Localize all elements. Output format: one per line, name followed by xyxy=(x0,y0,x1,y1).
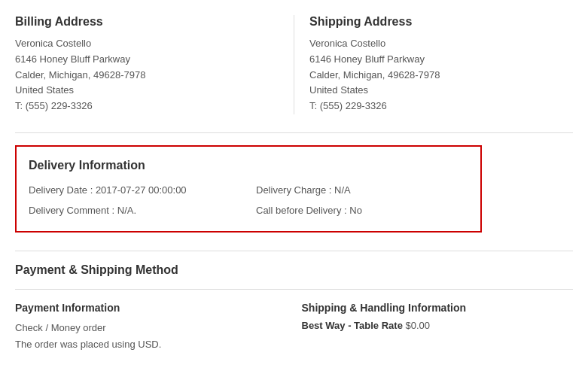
divider-after-delivery xyxy=(15,251,573,251)
payment-shipping-section: Payment & Shipping Method Payment Inform… xyxy=(15,263,573,353)
payment-info-block: Payment Information Check / Money order … xyxy=(15,302,302,353)
payment-note: The order was placed using USD. xyxy=(15,336,287,353)
billing-country: United States xyxy=(15,84,74,96)
delivery-date-label: Delivery Date : xyxy=(29,184,96,196)
payment-info-title: Payment Information xyxy=(15,302,287,314)
delivery-comment: Delivery Comment : N/A. xyxy=(29,203,241,219)
shipping-address-title: Shipping Address xyxy=(309,15,558,29)
shipping-info-block: Shipping & Handling Information Best Way… xyxy=(302,302,574,353)
shipping-method-bold: Best Way - Table Rate xyxy=(302,320,403,331)
delivery-comment-label: Delivery Comment : xyxy=(29,205,117,216)
vertical-divider xyxy=(294,15,294,114)
payment-shipping-title: Payment & Shipping Method xyxy=(15,263,573,277)
delivery-comment-value: N/A. xyxy=(117,205,136,216)
payment-grid: Payment Information Check / Money order … xyxy=(15,302,573,353)
shipping-street: 6146 Honey Bluff Parkway xyxy=(309,53,425,65)
shipping-phone: T: (555) 229-3326 xyxy=(309,100,387,111)
shipping-address-block: Shipping Address Veronica Costello 6146 … xyxy=(309,15,573,114)
delivery-charge: Delivery Charge : N/A xyxy=(256,183,468,199)
billing-phone: T: (555) 229-3326 xyxy=(15,100,93,111)
delivery-grid: Delivery Date : 2017-07-27 00:00:00 Deli… xyxy=(29,183,468,219)
address-section: Billing Address Veronica Costello 6146 H… xyxy=(15,15,573,114)
shipping-city-state-zip: Calder, Michigan, 49628-7978 xyxy=(309,69,440,81)
billing-address-block: Billing Address Veronica Costello 6146 H… xyxy=(15,15,279,114)
delivery-charge-label: Delivery Charge : xyxy=(256,184,334,196)
delivery-date: Delivery Date : 2017-07-27 00:00:00 xyxy=(29,183,241,199)
shipping-name: Veronica Costello xyxy=(309,38,385,49)
call-before-delivery: Call before Delivery : No xyxy=(256,203,468,219)
billing-name: Veronica Costello xyxy=(15,38,91,49)
delivery-charge-value: N/A xyxy=(334,184,351,196)
call-before-label: Call before Delivery : xyxy=(256,205,349,216)
payment-method: Check / Money order xyxy=(15,320,287,336)
billing-city-state-zip: Calder, Michigan, 49628-7978 xyxy=(15,69,145,81)
divider-under-payment-title xyxy=(15,289,573,290)
billing-street: 6146 Honey Bluff Parkway xyxy=(15,53,130,65)
delivery-date-value: 2017-07-27 00:00:00 xyxy=(96,184,187,196)
shipping-amount: $0.00 xyxy=(403,320,430,331)
shipping-handling-title: Shipping & Handling Information xyxy=(302,302,574,314)
billing-address-title: Billing Address xyxy=(15,15,264,29)
shipping-method: Best Way - Table Rate $0.00 xyxy=(302,320,574,331)
shipping-country: United States xyxy=(309,84,368,96)
divider-after-address xyxy=(15,132,573,133)
call-before-value: No xyxy=(349,205,362,216)
delivery-section: Delivery Information Delivery Date : 201… xyxy=(15,145,482,233)
delivery-title: Delivery Information xyxy=(29,159,468,172)
